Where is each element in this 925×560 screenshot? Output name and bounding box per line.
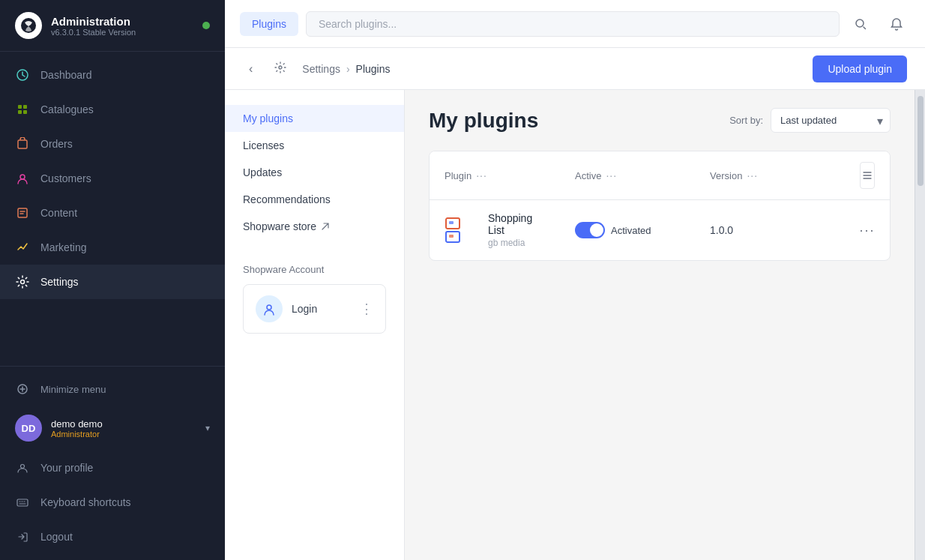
- sidebar-item-logout[interactable]: Logout: [0, 520, 225, 554]
- sidebar: Administration v6.3.0.1 Stable Version D…: [0, 0, 225, 560]
- breadcrumb-parent[interactable]: Settings: [302, 63, 340, 75]
- content-nav-updates[interactable]: Updates: [225, 159, 404, 186]
- breadcrumb-current: Plugins: [356, 63, 391, 75]
- sidebar-item-catalogues[interactable]: Catalogues: [0, 92, 225, 127]
- plugin-logo: [445, 217, 477, 244]
- svg-point-11: [21, 465, 25, 469]
- table-list-icon-button[interactable]: [860, 162, 875, 189]
- scrollbar[interactable]: [915, 90, 925, 560]
- user-profile-area[interactable]: DD demo demo Administrator ▾: [0, 406, 225, 451]
- upload-plugin-button[interactable]: Upload plugin: [813, 55, 907, 82]
- svg-rect-17: [449, 221, 454, 224]
- sidebar-nav: Dashboard Catalogues Orders: [0, 52, 225, 366]
- notification-bell-icon[interactable]: [883, 10, 910, 37]
- plugin-cell: Shopping List gb media: [430, 200, 560, 260]
- logout-icon: [15, 529, 30, 544]
- minimize-icon: [15, 382, 30, 397]
- svg-rect-3: [23, 105, 27, 109]
- svg-point-7: [20, 175, 25, 179]
- plugin-column-menu-icon[interactable]: ···: [476, 169, 487, 181]
- sidebar-footer: Minimize menu DD demo demo Administrator…: [0, 366, 225, 560]
- svg-point-15: [267, 305, 271, 310]
- sidebar-item-marketing[interactable]: Marketing: [0, 230, 225, 265]
- account-avatar-icon: [256, 295, 283, 322]
- sidebar-item-content[interactable]: Content: [0, 196, 225, 230]
- breadcrumb-separator: ›: [346, 63, 350, 75]
- shopware-account-section: Shopware Account Login ⋮: [225, 252, 404, 346]
- sidebar-item-label: Marketing: [40, 241, 86, 253]
- svg-rect-19: [449, 235, 454, 238]
- sidebar-item-customers[interactable]: Customers: [0, 161, 225, 196]
- svg-rect-12: [17, 499, 28, 506]
- customers-icon: [15, 171, 30, 186]
- page-settings-button[interactable]: [268, 58, 293, 80]
- content-nav-my-plugins[interactable]: My plugins: [225, 105, 404, 132]
- account-more-button[interactable]: ⋮: [360, 301, 373, 317]
- svg-rect-5: [23, 110, 27, 114]
- brand-title: Administration: [51, 15, 193, 28]
- content-nav-licenses[interactable]: Licenses: [225, 132, 404, 159]
- version-cell: 1.0.0: [695, 212, 845, 248]
- sidebar-item-label: Keyboard shortcuts: [40, 496, 131, 508]
- table-header-actions: [845, 151, 890, 199]
- svg-point-14: [279, 66, 282, 69]
- user-name: demo demo: [51, 418, 196, 430]
- sidebar-item-orders[interactable]: Orders: [0, 127, 225, 161]
- svg-point-13: [856, 19, 864, 27]
- sidebar-item-dashboard[interactable]: Dashboard: [0, 58, 225, 92]
- plugins-header: My plugins Sort by: Last updated Name Ac…: [429, 108, 891, 133]
- user-info: demo demo Administrator: [51, 418, 196, 439]
- sidebar-item-profile[interactable]: Your profile: [0, 451, 225, 485]
- sidebar-item-label: Content: [40, 207, 77, 219]
- svg-rect-2: [18, 105, 22, 109]
- content-nav-recommendations[interactable]: Recommendations: [225, 186, 404, 213]
- plugins-badge: Plugins: [240, 12, 298, 36]
- content-nav-shopware-store[interactable]: Shopware store: [225, 213, 404, 240]
- catalogues-icon: [15, 102, 30, 117]
- content-sidebar: My plugins Licenses Updates Recommendati…: [225, 90, 405, 560]
- sidebar-header: Administration v6.3.0.1 Stable Version: [0, 0, 225, 52]
- active-column-menu-icon[interactable]: ···: [606, 169, 617, 181]
- version-column-menu-icon[interactable]: ···: [747, 169, 758, 181]
- active-label: Activated: [611, 225, 651, 236]
- content-area: My plugins Licenses Updates Recommendati…: [225, 90, 925, 560]
- sort-area: Sort by: Last updated Name Active: [729, 108, 891, 133]
- profile-icon: [15, 460, 30, 475]
- row-actions-button[interactable]: ···: [860, 223, 876, 238]
- sort-select[interactable]: Last updated Name Active: [771, 108, 891, 133]
- status-dot: [202, 22, 210, 29]
- active-cell: Activated: [560, 210, 695, 250]
- main-content: Plugins Search plugins... ‹: [225, 0, 925, 560]
- plugin-column-label: Plugin: [445, 170, 471, 181]
- sidebar-item-label: Your profile: [40, 462, 93, 474]
- svg-point-9: [21, 280, 25, 284]
- account-login-label[interactable]: Login: [292, 303, 351, 315]
- avatar: DD: [15, 415, 42, 442]
- plugins-table: Plugin ··· Active ··· Version ···: [429, 151, 891, 261]
- table-header: Plugin ··· Active ··· Version ···: [430, 151, 890, 200]
- sidebar-item-label: Catalogues: [40, 103, 94, 115]
- app-logo: [15, 12, 42, 39]
- actions-cell: ···: [845, 211, 890, 250]
- search-icon[interactable]: [847, 10, 874, 37]
- active-toggle[interactable]: [575, 222, 605, 238]
- sidebar-item-label: Customers: [40, 172, 91, 184]
- plugins-title: My plugins: [429, 109, 538, 133]
- sort-label: Sort by:: [729, 115, 763, 126]
- search-box[interactable]: Search plugins...: [306, 11, 840, 37]
- user-role: Administrator: [51, 430, 196, 439]
- sidebar-item-settings[interactable]: Settings: [0, 265, 225, 299]
- search-placeholder: Search plugins...: [319, 18, 397, 30]
- sidebar-item-keyboard-shortcuts[interactable]: Keyboard shortcuts: [0, 485, 225, 520]
- back-button[interactable]: ‹: [243, 59, 259, 79]
- brand-info: Administration v6.3.0.1 Stable Version: [51, 15, 193, 37]
- settings-icon: [15, 274, 30, 289]
- orders-icon: [15, 136, 30, 151]
- topbar-icons: [847, 10, 910, 37]
- brand-version: v6.3.0.1 Stable Version: [51, 28, 193, 37]
- minimize-menu-button[interactable]: Minimize menu: [0, 373, 225, 406]
- plugins-main: My plugins Sort by: Last updated Name Ac…: [405, 90, 915, 560]
- sidebar-item-label: Settings: [40, 276, 79, 288]
- svg-rect-4: [18, 110, 22, 114]
- sidebar-item-label: Orders: [40, 138, 73, 150]
